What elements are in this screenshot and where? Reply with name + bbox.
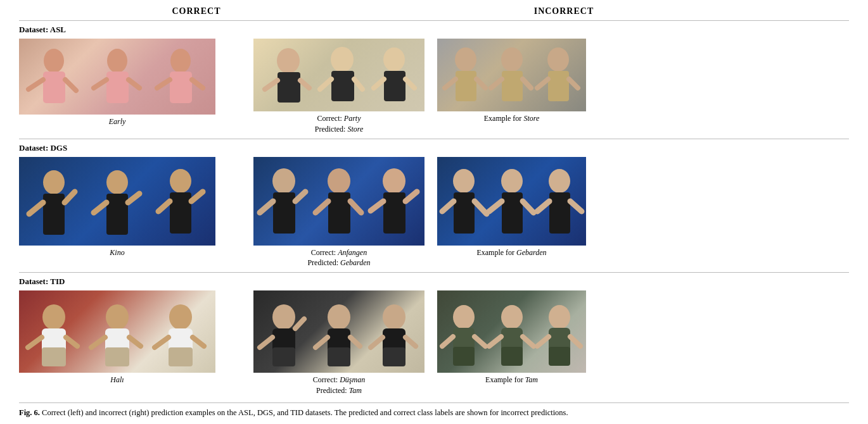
- svg-line-2: [29, 80, 43, 89]
- svg-line-106: [475, 337, 485, 346]
- dgs-images-row: Kino: [19, 157, 849, 269]
- tid-incorrect-1-caption: Correct: Düşman Predicted: Tam: [313, 375, 365, 396]
- svg-line-115: [537, 337, 549, 346]
- svg-rect-114: [549, 347, 570, 366]
- svg-point-0: [44, 49, 64, 73]
- svg-line-58: [371, 201, 383, 211]
- svg-point-40: [106, 170, 128, 194]
- svg-line-105: [442, 337, 453, 346]
- figure-caption: Fig. 6. Correct (left) and incorrect (ri…: [19, 402, 849, 419]
- svg-line-66: [489, 201, 502, 211]
- svg-line-96: [350, 337, 360, 346]
- svg-rect-49: [273, 192, 295, 234]
- svg-rect-45: [170, 192, 191, 234]
- svg-line-80: [91, 337, 105, 347]
- svg-line-67: [523, 201, 533, 213]
- svg-rect-5: [106, 72, 129, 103]
- svg-line-100: [371, 337, 383, 347]
- svg-line-86: [193, 337, 204, 346]
- svg-point-12: [277, 48, 300, 73]
- svg-line-90: [260, 337, 272, 347]
- svg-rect-84: [169, 347, 193, 366]
- svg-point-52: [328, 168, 350, 194]
- svg-line-22: [374, 79, 384, 88]
- svg-point-107: [501, 305, 523, 329]
- asl-images-row: Early: [19, 39, 849, 135]
- svg-point-77: [106, 304, 129, 330]
- dgs-correct-image: [19, 157, 215, 246]
- svg-line-51: [295, 192, 305, 201]
- svg-line-76: [66, 337, 77, 346]
- svg-line-30: [491, 79, 502, 88]
- svg-point-64: [501, 169, 523, 193]
- tid-incorrect-2-block: Example for Tam: [437, 290, 586, 396]
- asl-incorrect-group: Correct: Party Predicted: Store: [253, 39, 586, 135]
- svg-point-8: [170, 49, 191, 73]
- svg-line-42: [94, 203, 106, 213]
- svg-rect-25: [456, 71, 476, 101]
- svg-line-116: [570, 337, 580, 346]
- svg-rect-33: [548, 71, 569, 101]
- svg-line-38: [29, 203, 43, 214]
- svg-rect-29: [502, 71, 523, 101]
- svg-point-48: [272, 168, 295, 194]
- tid-incorrect-1-block: Correct: Düşman Predicted: Tam: [253, 290, 424, 396]
- tid-correct-caption: Halı: [110, 375, 124, 385]
- svg-line-10: [157, 80, 170, 88]
- asl-correct-image: [19, 39, 215, 115]
- tid-incorrect-2-caption: Example for Tam: [485, 375, 538, 385]
- svg-rect-79: [105, 347, 129, 366]
- asl-incorrect-2-image: [437, 39, 586, 111]
- svg-point-72: [42, 304, 65, 330]
- figure-caption-text: Correct (left) and incorrect (right) pre…: [42, 408, 568, 417]
- svg-rect-13: [278, 72, 300, 103]
- svg-point-16: [331, 47, 354, 72]
- svg-rect-17: [331, 71, 354, 101]
- dgs-incorrect-1-image: [253, 157, 424, 246]
- svg-line-39: [65, 192, 75, 203]
- svg-line-6: [94, 80, 106, 88]
- svg-line-91: [295, 319, 304, 328]
- svg-line-7: [129, 80, 139, 88]
- svg-line-50: [260, 201, 273, 213]
- svg-line-27: [476, 79, 485, 88]
- svg-rect-57: [383, 192, 405, 234]
- svg-line-35: [569, 79, 578, 88]
- svg-point-97: [383, 304, 405, 330]
- asl-correct-caption: Early: [109, 116, 126, 127]
- svg-rect-69: [549, 192, 570, 234]
- svg-rect-104: [453, 347, 475, 366]
- incorrect-header: INCORRECT: [326, 6, 801, 16]
- tid-section: Dataset: TID: [19, 272, 849, 396]
- svg-point-60: [453, 169, 475, 193]
- svg-rect-61: [454, 192, 475, 234]
- svg-line-95: [316, 337, 328, 347]
- asl-incorrect-1-block: Correct: Party Predicted: Store: [253, 39, 424, 135]
- svg-line-14: [265, 80, 278, 89]
- svg-point-24: [455, 47, 476, 72]
- dgs-correct-block: Kino: [19, 157, 215, 258]
- svg-point-28: [501, 47, 523, 72]
- svg-point-32: [547, 47, 569, 72]
- svg-line-59: [405, 192, 417, 201]
- asl-incorrect-1-image: [253, 39, 424, 111]
- correct-header: CORRECT: [67, 6, 326, 16]
- svg-line-101: [405, 337, 416, 346]
- dgs-section: Dataset: DGS: [19, 139, 849, 269]
- svg-line-34: [537, 79, 548, 88]
- asl-incorrect-1-caption: Correct: Party Predicted: Store: [315, 113, 364, 135]
- svg-line-85: [155, 337, 169, 347]
- svg-line-75: [28, 337, 42, 347]
- svg-line-43: [128, 194, 139, 203]
- svg-line-71: [570, 201, 582, 211]
- figure-label: Fig. 6.: [19, 408, 40, 417]
- dgs-incorrect-2-image: [437, 157, 586, 246]
- svg-point-82: [169, 304, 192, 330]
- dgs-incorrect-group: Correct: Anfangen Predicted: Gebarden: [253, 157, 586, 269]
- svg-line-18: [320, 79, 331, 89]
- tid-incorrect-group: Correct: Düşman Predicted: Tam: [253, 290, 586, 396]
- svg-line-47: [191, 192, 203, 201]
- svg-point-92: [328, 304, 350, 330]
- svg-line-31: [523, 79, 531, 88]
- dgs-incorrect-2-block: Example for Gebarden: [437, 157, 586, 269]
